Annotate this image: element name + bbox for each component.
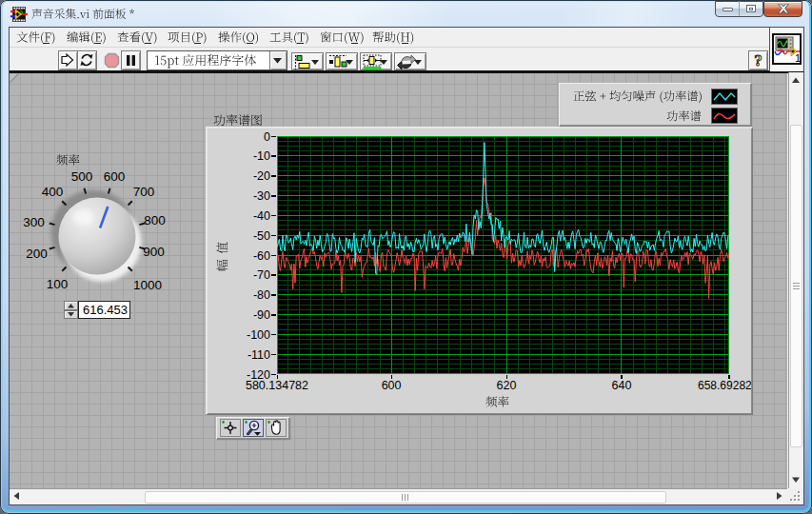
- svg-text:?: ?: [754, 51, 762, 69]
- svg-text:1: 1: [795, 52, 800, 63]
